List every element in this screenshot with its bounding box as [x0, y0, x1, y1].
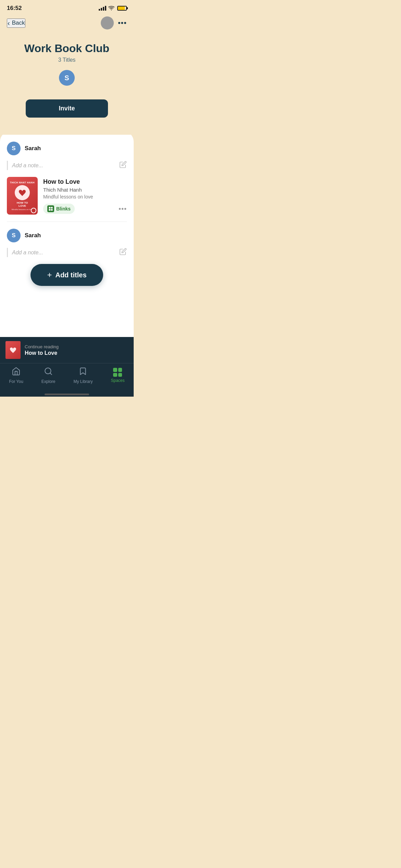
wifi-icon	[108, 5, 114, 11]
cover-title-text: HOW TOLOVE	[17, 202, 28, 208]
sarah-avatar-2[interactable]: S	[7, 229, 21, 242]
book-card-1: THICH NHAT HANH HOW TOLOVE Mindful lesso…	[7, 177, 127, 222]
continue-book-thumb	[5, 341, 21, 359]
sarah-avatar-1[interactable]: S	[7, 142, 21, 155]
edit-icon-2[interactable]	[119, 248, 127, 257]
svg-rect-2	[51, 207, 53, 209]
status-icons	[99, 5, 127, 11]
user-row-2: S Sarah	[7, 229, 127, 242]
indicator-bar	[45, 394, 89, 395]
back-button[interactable]: ‹ Back	[7, 19, 25, 28]
book-more-button[interactable]: •••	[119, 205, 127, 213]
sarah-name-2: Sarah	[25, 232, 41, 239]
edit-icon-1[interactable]	[119, 161, 127, 170]
book-title-1: How to Love	[43, 178, 127, 185]
user-avatar[interactable]	[101, 16, 114, 29]
fab-plus-icon: +	[47, 270, 52, 280]
bottom-bar: Continue reading How to Love For You	[0, 337, 134, 397]
tab-spaces[interactable]: Spaces	[105, 368, 130, 383]
signal-icon	[99, 6, 106, 11]
tab-bar: For You Explore My Library	[0, 363, 134, 391]
svg-rect-4	[51, 209, 53, 211]
fab-container: + Add titles	[7, 264, 127, 286]
svg-rect-1	[49, 207, 50, 209]
user-row-1: S Sarah	[7, 142, 127, 155]
club-member-avatar[interactable]: S	[59, 70, 75, 86]
cover-author-text: THICH NHAT HANH	[10, 181, 35, 184]
content-area: S Sarah Add a note... THICH NHAT HANH HO…	[0, 131, 134, 337]
search-icon	[44, 367, 53, 378]
status-time: 16:52	[7, 5, 22, 12]
note-placeholder-1[interactable]: Add a note...	[12, 162, 43, 169]
club-title: Work Book Club	[7, 42, 127, 55]
home-icon	[12, 367, 21, 378]
tab-for-you-label: For You	[9, 379, 23, 384]
tab-my-library-label: My Library	[73, 379, 93, 384]
book-cover-1[interactable]: THICH NHAT HANH HOW TOLOVE Mindful lesso…	[7, 177, 38, 215]
second-sarah-section: S Sarah Add a note...	[7, 222, 127, 257]
tab-spaces-label: Spaces	[111, 378, 124, 383]
home-indicator	[0, 391, 134, 397]
book-author-1: Thich Nhat Hanh	[43, 187, 127, 193]
blinks-badge[interactable]: Blinks	[43, 204, 75, 214]
svg-point-0	[111, 9, 112, 10]
more-button[interactable]: •••	[118, 19, 127, 27]
blinks-icon	[47, 205, 54, 212]
battery-icon	[117, 6, 127, 11]
book-badge	[31, 208, 36, 213]
continue-reading-bar[interactable]: Continue reading How to Love	[0, 337, 134, 363]
sarah-name-1: Sarah	[25, 145, 41, 152]
book-info-1: How to Love Thich Nhat Hanh Mindful less…	[43, 177, 127, 214]
svg-line-6	[50, 373, 52, 375]
book-actions-1: Blinks •••	[43, 204, 127, 214]
status-bar: 16:52	[0, 0, 134, 14]
continue-reading-info: Continue reading How to Love	[25, 344, 59, 356]
header-area: ‹ Back ••• Work Book Club 3 Titles S Inv…	[0, 14, 134, 135]
book-desc-1: Mindful lessons on love	[43, 194, 127, 200]
tab-explore-label: Explore	[41, 379, 56, 384]
spaces-icon	[113, 368, 122, 377]
fab-label: Add titles	[55, 271, 86, 279]
note-row-2: Add a note...	[7, 248, 127, 257]
note-placeholder-2[interactable]: Add a note...	[12, 250, 43, 256]
svg-rect-3	[49, 209, 50, 211]
nav-right: •••	[101, 16, 127, 29]
back-label: Back	[12, 20, 25, 26]
invite-button[interactable]: Invite	[26, 99, 108, 118]
cover-sub-text: Mindful lessons on love	[12, 208, 33, 210]
nav-row: ‹ Back •••	[7, 14, 127, 35]
back-chevron-icon: ‹	[8, 19, 10, 27]
bookmark-icon	[78, 367, 87, 378]
continue-label: Continue reading	[25, 344, 59, 349]
tab-for-you[interactable]: For You	[3, 367, 28, 384]
blinks-label: Blinks	[56, 206, 71, 212]
add-titles-button[interactable]: + Add titles	[31, 264, 103, 286]
tab-my-library[interactable]: My Library	[68, 367, 98, 384]
tab-explore[interactable]: Explore	[36, 367, 61, 384]
club-avatar-row: S	[7, 70, 127, 86]
note-row-1: Add a note...	[7, 161, 127, 170]
cover-heart	[15, 185, 30, 200]
continue-book-title: How to Love	[25, 350, 59, 356]
club-subtitle: 3 Titles	[7, 57, 127, 63]
